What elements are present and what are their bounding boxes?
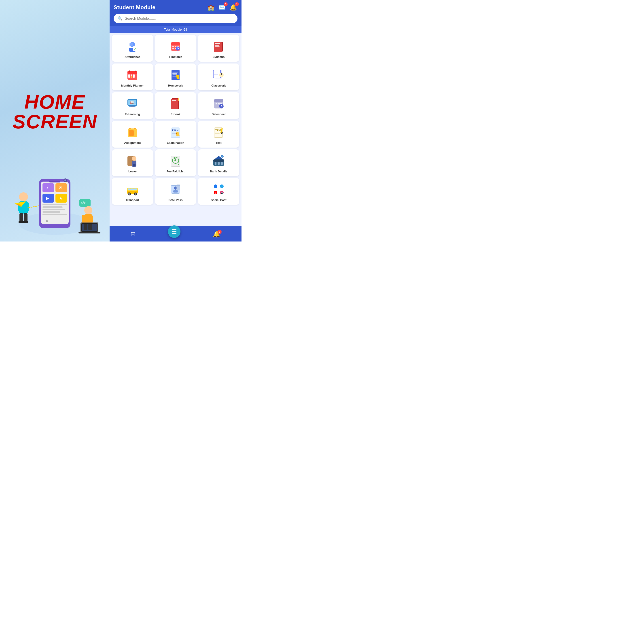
module-icon-timetable	[168, 39, 183, 53]
module-examination[interactable]: EXAM Examination	[155, 121, 196, 148]
svg-rect-156	[213, 159, 224, 162]
module-label-leave: Leave	[128, 170, 137, 173]
svg-rect-110	[172, 100, 176, 101]
svg-rect-73	[128, 74, 130, 76]
header-title: Student Module	[114, 4, 155, 11]
svg-rect-51	[172, 46, 174, 47]
module-label-fee-paid-list: Fee Paid List	[167, 170, 184, 173]
bell-icon-wrap[interactable]: 🔔 1	[229, 3, 237, 12]
svg-text:🐦: 🐦	[221, 185, 224, 188]
svg-point-145	[132, 156, 136, 161]
total-module-bar: Total Module:-28	[110, 26, 241, 33]
header: Student Module 🏫 ✉️ 0 🔔 1	[110, 0, 241, 14]
nav-menu-icon: ☰	[171, 228, 177, 235]
svg-point-46	[129, 42, 133, 47]
nav-bell-badge: 1	[218, 230, 222, 234]
svg-text:📷: 📷	[221, 192, 224, 194]
school-icon[interactable]: 🏫	[207, 3, 215, 12]
module-icon-classwork	[212, 68, 226, 82]
module-label-monthly-planner: Monthly Planner	[121, 84, 144, 87]
modules-grid: ✓ Attendance Timetable Syllabus Monthly …	[110, 33, 241, 226]
svg-text:EXAM: EXAM	[172, 129, 178, 132]
svg-rect-83	[172, 74, 177, 75]
module-label-attendance: Attendance	[125, 55, 140, 59]
nav-menu-center[interactable]: ☰	[168, 225, 180, 238]
right-panel: Student Module 🏫 ✉️ 0 🔔 1 🔍 Total Module…	[110, 0, 241, 241]
svg-point-170	[135, 193, 136, 195]
illustration: ♪ ✉ ▶ ★ ▲ 🔍 </>	[0, 165, 110, 237]
svg-rect-128	[172, 132, 176, 132]
module-icon-bank-details	[212, 154, 226, 168]
svg-text:▶: ▶	[215, 192, 216, 194]
svg-rect-74	[131, 74, 132, 76]
module-elearning[interactable]: 📖 E-Learning	[112, 92, 153, 119]
module-icon-ebook	[168, 96, 183, 111]
module-label-syllabus: Syllabus	[213, 55, 225, 59]
svg-rect-158	[215, 162, 216, 165]
svg-text:♪: ♪	[46, 185, 48, 191]
svg-text:▶: ▶	[46, 196, 49, 201]
svg-rect-42	[84, 224, 87, 230]
module-leave[interactable]: Leave	[112, 149, 153, 176]
svg-rect-68	[215, 46, 220, 47]
bottom-nav: ⊞ ☰ 🔔 1	[110, 226, 241, 241]
svg-rect-148	[134, 164, 136, 167]
svg-marker-122	[131, 128, 134, 129]
svg-rect-130	[172, 133, 176, 134]
module-icon-assignment	[125, 125, 140, 139]
module-label-examination: Examination	[167, 141, 184, 144]
school-icon-wrap: 🏫	[207, 3, 215, 12]
module-timetable[interactable]: Timetable	[155, 35, 196, 62]
module-label-elearning: E-Learning	[125, 112, 140, 116]
svg-rect-90	[214, 73, 218, 73]
module-assignment[interactable]: Assignment	[112, 121, 153, 148]
module-syllabus[interactable]: Syllabus	[198, 35, 239, 62]
module-monthly-planner[interactable]: Monthly Planner	[112, 64, 153, 90]
mail-icon-wrap[interactable]: ✉️ 0	[218, 3, 226, 12]
svg-rect-50	[171, 42, 180, 45]
svg-rect-109	[171, 99, 178, 109]
module-ebook[interactable]: E-book	[155, 92, 196, 119]
svg-rect-159	[218, 162, 220, 165]
module-attendance[interactable]: ✓ Attendance	[112, 35, 153, 62]
nav-bell[interactable]: 🔔 1	[213, 230, 221, 238]
module-label-test: Test	[216, 141, 222, 144]
module-transport[interactable]: Transport	[112, 178, 153, 205]
module-icon-examination: EXAM	[168, 125, 183, 139]
svg-rect-89	[214, 72, 219, 72]
module-label-timetable: Timetable	[169, 55, 182, 59]
svg-text:▲: ▲	[45, 218, 49, 223]
module-label-transport: Transport	[126, 198, 139, 202]
svg-rect-13	[42, 206, 63, 208]
svg-rect-82	[172, 73, 177, 74]
svg-rect-52	[175, 46, 176, 47]
svg-rect-113	[214, 99, 223, 102]
svg-rect-36	[82, 215, 86, 223]
module-gate-pass[interactable]: Gate-Pass	[155, 178, 196, 205]
module-social-post[interactable]: f🐦▶📷 Social Post	[198, 178, 239, 205]
module-classwork[interactable]: Classwork	[198, 64, 239, 90]
search-icon: 🔍	[118, 16, 123, 21]
svg-rect-18	[49, 181, 60, 182]
svg-text:f: f	[215, 185, 216, 188]
module-homework[interactable]: Homework	[155, 64, 196, 90]
svg-rect-137	[215, 133, 219, 133]
svg-rect-76	[128, 76, 130, 78]
nav-home[interactable]: ⊞	[130, 230, 136, 238]
module-bank-details[interactable]: Bank Details	[198, 149, 239, 176]
module-datesheet[interactable]: Datesheet	[198, 92, 239, 119]
svg-rect-78	[133, 76, 135, 78]
search-bar[interactable]: 🔍	[114, 14, 237, 23]
svg-rect-124	[129, 130, 134, 136]
svg-rect-26	[25, 202, 29, 211]
svg-text:$: $	[174, 157, 176, 162]
module-fee-paid-list[interactable]: $ Fee Paid List	[155, 149, 196, 176]
module-label-ebook: E-book	[171, 112, 180, 116]
module-icon-gate-pass	[168, 182, 183, 197]
search-input[interactable]	[125, 17, 233, 21]
svg-rect-171	[127, 191, 138, 193]
svg-point-34	[84, 206, 92, 214]
svg-rect-99	[131, 106, 134, 107]
nav-home-icon[interactable]: ⊞	[130, 230, 136, 238]
module-test[interactable]: TEST Test	[198, 121, 239, 148]
